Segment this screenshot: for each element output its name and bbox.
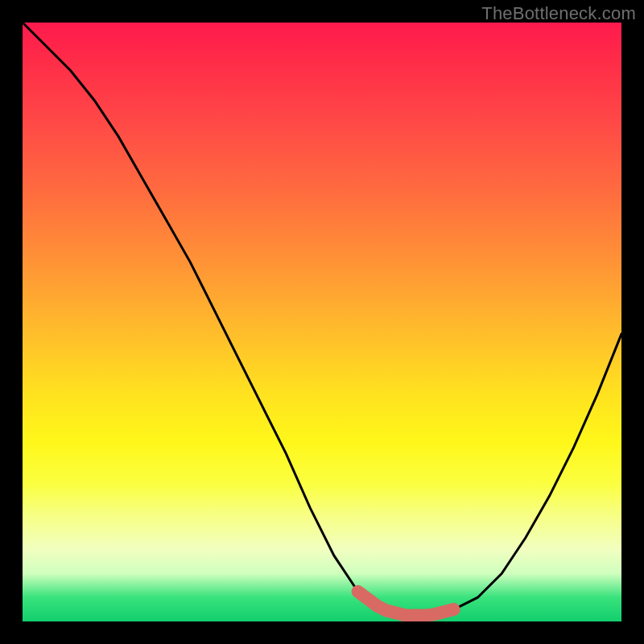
plot-area [23,23,621,621]
optimal-range-highlight [358,592,454,616]
curve-overlay [23,23,621,621]
bottleneck-curve [23,23,621,616]
chart-container: TheBottleneck.com [0,0,644,644]
attribution-label: TheBottleneck.com [481,3,636,24]
